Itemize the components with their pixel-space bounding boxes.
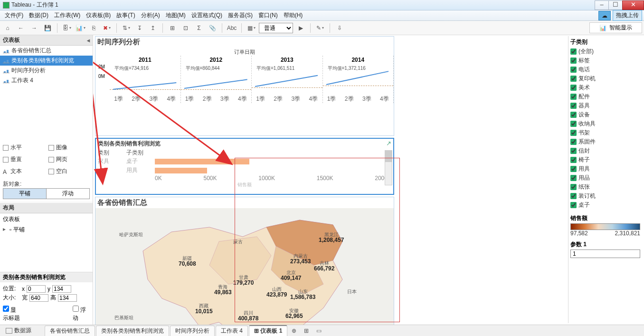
subcat-checkbox[interactable]: 装订机 bbox=[570, 192, 640, 201]
show-title-checkbox[interactable]: 显示标题 bbox=[3, 306, 20, 322]
subcat-checkbox[interactable]: 用具 bbox=[570, 164, 640, 173]
viz-category-profit[interactable]: 类别各类别销售利润浏览↗ 类别子类别 家具桌子 用具 0K500K1000K15… bbox=[95, 138, 394, 195]
tab-sheet4[interactable]: 工作表 4 bbox=[216, 326, 248, 336]
subcat-checkbox[interactable]: 配件 bbox=[570, 92, 640, 101]
totals-icon[interactable]: Σ bbox=[193, 22, 205, 34]
cloud-icon[interactable]: ☁ bbox=[598, 11, 611, 20]
subcat-checkbox[interactable]: 系固件 bbox=[570, 137, 640, 146]
fit-icon[interactable]: ▦ bbox=[246, 22, 257, 34]
sheet-item-provinces[interactable]: 各省份销售汇总 bbox=[0, 46, 93, 56]
subcat-checkbox[interactable]: 美术 bbox=[570, 83, 640, 92]
new-dashboard-icon[interactable]: ⊞ bbox=[301, 325, 312, 336]
subcat-checkbox[interactable]: 收纳具 bbox=[570, 119, 640, 128]
menu-format[interactable]: 设置格式(Q) bbox=[189, 10, 225, 20]
viz-map[interactable]: 各省份销售汇总 哈萨克斯坦新疆70,608蒙古黑龙江1,208,457内蒙古27… bbox=[95, 197, 394, 325]
highlight-icon[interactable]: ✎ bbox=[314, 22, 326, 34]
sheet-item-timeseries[interactable]: 时间序列分析 bbox=[0, 66, 93, 76]
pos-y-input[interactable] bbox=[52, 285, 71, 293]
subcat-checkbox[interactable]: (全部) bbox=[570, 47, 640, 56]
menu-file[interactable]: 文件(F) bbox=[2, 10, 26, 20]
pin-icon[interactable]: 📎 bbox=[207, 22, 218, 34]
float-button[interactable]: 浮动 bbox=[47, 189, 89, 199]
tab-timeseries[interactable]: 时间序列分析 bbox=[170, 326, 215, 336]
subcat-checkbox[interactable]: 书架 bbox=[570, 128, 640, 137]
layout-node-tile[interactable]: ▫平铺 bbox=[3, 225, 90, 234]
subcat-checkbox[interactable]: 信封 bbox=[570, 146, 640, 155]
tab-dashboard1[interactable]: ⊞ 仪表板 1 bbox=[249, 325, 287, 336]
viz-timeseries[interactable]: 时间序列分析 订单日期 2M 0M 2011平均值=734,9161季2季3季4… bbox=[95, 36, 394, 136]
subcat-checkbox[interactable]: 复印机 bbox=[570, 74, 640, 83]
maximize-button[interactable]: ☐ bbox=[608, 0, 623, 10]
layout-section: 仪表板 ▫平铺 bbox=[0, 213, 93, 272]
window-title: Tableau - 工作簿 1 bbox=[11, 1, 58, 9]
cat-row[interactable]: 家具桌子 bbox=[96, 157, 393, 166]
obj-horizontal[interactable]: 水平 bbox=[3, 143, 45, 153]
duplicate-icon[interactable]: ⎘ bbox=[88, 22, 99, 34]
menu-map[interactable]: 地图(M) bbox=[163, 10, 189, 20]
obj-webpage[interactable]: 网页 bbox=[48, 154, 90, 164]
obj-blank[interactable]: 空白 bbox=[48, 166, 90, 176]
group-icon[interactable]: ⊞ bbox=[167, 22, 178, 34]
presentation-icon[interactable]: ▶ bbox=[295, 22, 306, 34]
menu-analysis[interactable]: 分析(A) bbox=[138, 10, 163, 20]
size-h-input[interactable] bbox=[58, 294, 77, 302]
menu-dashboard[interactable]: 仪表板(B) bbox=[83, 10, 114, 20]
param-input[interactable] bbox=[570, 250, 640, 258]
menu-window[interactable]: 窗口(N) bbox=[256, 10, 281, 20]
subcat-checkbox[interactable]: 电话 bbox=[570, 65, 640, 74]
menu-worksheet[interactable]: 工作表(W) bbox=[51, 10, 83, 20]
layout-root[interactable]: 仪表板 bbox=[3, 215, 90, 223]
hierarchy-icon[interactable]: ⊡ bbox=[180, 22, 191, 34]
view-mode-select[interactable]: 普通 bbox=[259, 23, 293, 33]
scrollbar[interactable] bbox=[385, 150, 392, 185]
goto-sheet-icon[interactable]: ↗ bbox=[386, 140, 391, 148]
subcat-checkbox[interactable]: 标签 bbox=[570, 56, 640, 65]
swap-icon[interactable]: ⇅ bbox=[121, 22, 132, 34]
sidebar: 仪表板◂ 各省份销售汇总 类别各类别销售利润浏览 时间序列分析 工作表 4 水平… bbox=[0, 35, 93, 325]
new-data-icon[interactable]: 🗄 bbox=[61, 22, 73, 34]
subcat-checkbox[interactable]: 设备 bbox=[570, 110, 640, 119]
sheet-item-category-profit[interactable]: 类别各类别销售利润浏览 bbox=[0, 56, 93, 66]
cloud-upload-button[interactable]: 拖拽上传 bbox=[613, 10, 642, 21]
menu-server[interactable]: 服务器(S) bbox=[225, 10, 256, 20]
tile-button[interactable]: 平铺 bbox=[3, 189, 47, 199]
data-source-tab[interactable]: 数据源 bbox=[2, 326, 35, 336]
tab-provinces[interactable]: 各省份销售汇总 bbox=[45, 326, 95, 336]
objects-palette: 水平 图像 垂直 网页 A文本 空白 bbox=[0, 141, 93, 178]
undo-icon[interactable]: ← bbox=[15, 22, 27, 34]
new-worksheet-icon[interactable]: ⊕ bbox=[288, 325, 300, 336]
sheet-item-sheet4[interactable]: 工作表 4 bbox=[0, 76, 93, 86]
sort-desc-icon[interactable]: ↥ bbox=[147, 22, 159, 34]
collapse-icon[interactable]: ◂ bbox=[87, 37, 90, 44]
subcat-checkbox[interactable]: 用品 bbox=[570, 173, 640, 182]
label-icon[interactable]: Abc bbox=[226, 22, 237, 34]
float-checkbox[interactable]: 浮动 bbox=[73, 306, 90, 322]
download-icon[interactable]: ⇩ bbox=[334, 22, 345, 34]
show-me-button[interactable]: 📊智能显示 bbox=[589, 22, 642, 33]
sort-asc-icon[interactable]: ↧ bbox=[134, 22, 145, 34]
minimize-button[interactable]: – bbox=[595, 0, 609, 10]
menu-data[interactable]: 数据(D) bbox=[26, 10, 51, 20]
subcat-checkbox[interactable]: 纸张 bbox=[570, 182, 640, 192]
save-icon[interactable]: 💾 bbox=[42, 22, 53, 34]
cat-row[interactable]: 用具 bbox=[96, 166, 393, 175]
pos-x-input[interactable] bbox=[27, 285, 46, 293]
menu-story[interactable]: 故事(T) bbox=[114, 10, 138, 20]
size-w-input[interactable] bbox=[29, 294, 48, 302]
subcat-checkbox[interactable]: 桌子 bbox=[570, 201, 640, 210]
obj-vertical[interactable]: 垂直 bbox=[3, 154, 45, 164]
close-button[interactable]: ✕ bbox=[622, 0, 644, 10]
home-icon[interactable]: ⌂ bbox=[2, 22, 13, 34]
clear-icon[interactable]: ✖ bbox=[101, 22, 113, 34]
menu-help[interactable]: 帮助(H) bbox=[281, 10, 306, 20]
tab-category-profit[interactable]: 类别各类别销售利润浏览 bbox=[96, 326, 169, 336]
redo-icon[interactable]: → bbox=[28, 22, 40, 34]
subcat-checkbox[interactable]: 椅子 bbox=[570, 155, 640, 164]
subcat-checkbox[interactable]: 器具 bbox=[570, 101, 640, 110]
map-body[interactable]: 哈萨克斯坦新疆70,608蒙古黑龙江1,208,457内蒙古273,453吉林6… bbox=[95, 208, 394, 325]
new-story-icon[interactable]: ▭ bbox=[313, 325, 324, 336]
dashboard-canvas[interactable]: 时间序列分析 订单日期 2M 0M 2011平均值=734,9161季2季3季4… bbox=[93, 35, 644, 325]
obj-text[interactable]: A文本 bbox=[3, 166, 45, 176]
new-sheet-icon[interactable]: 📊 bbox=[75, 22, 86, 34]
obj-image[interactable]: 图像 bbox=[48, 143, 90, 153]
